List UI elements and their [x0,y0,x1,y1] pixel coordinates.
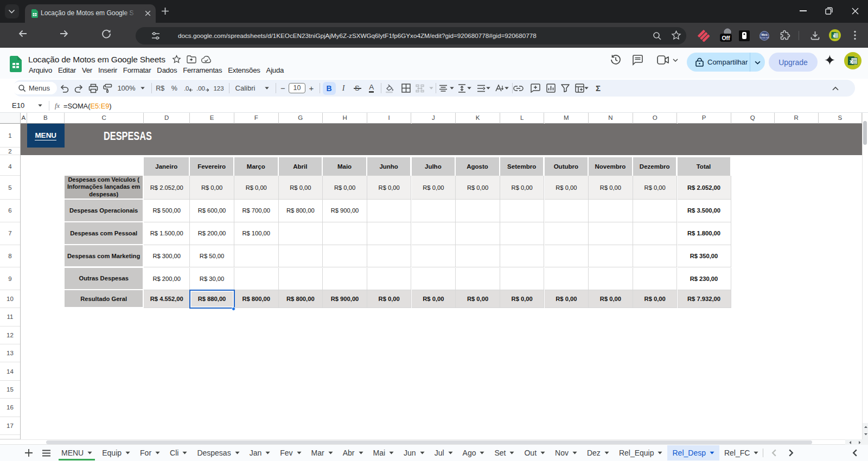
svg-text:Web: Web [761,33,768,36]
svg-text:x: x [833,33,835,39]
svg-text:x: x [850,58,853,65]
svg-text:VISUALIZER: VISUALIZER [760,37,769,39]
svg-text:Off: Off [722,35,730,41]
